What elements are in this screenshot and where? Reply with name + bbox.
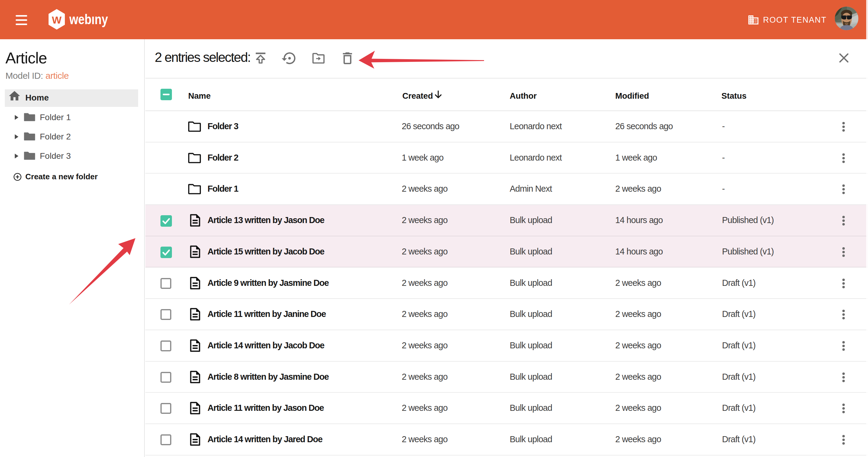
- svg-text:W: W: [52, 14, 62, 26]
